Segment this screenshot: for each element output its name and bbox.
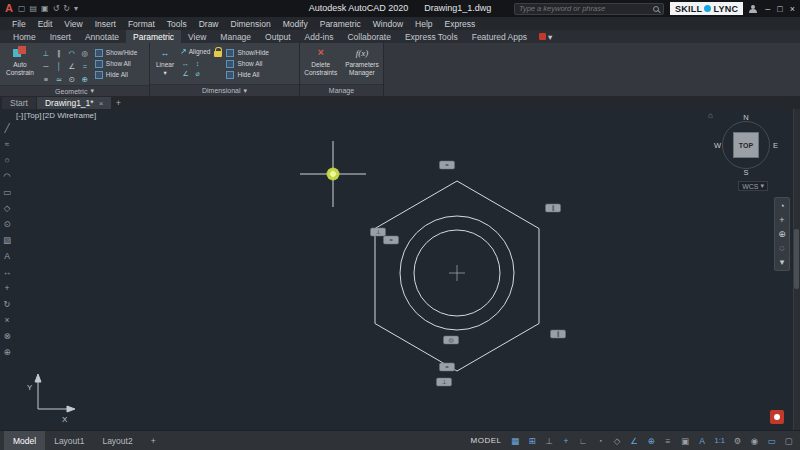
tab-annotate[interactable]: Annotate: [78, 30, 126, 43]
wcs-dropdown[interactable]: WCS ▾: [738, 181, 768, 191]
vertical-dim-icon[interactable]: ↕: [192, 58, 203, 68]
lineweight-icon[interactable]: ≡: [661, 434, 676, 448]
view-control[interactable]: [Top]: [24, 111, 41, 120]
constraint-badge[interactable]: =: [440, 161, 455, 169]
viewcube[interactable]: ⌂ N W E S TOP: [716, 115, 776, 175]
menu-file[interactable]: File: [6, 17, 32, 30]
tab-collaborate[interactable]: Collaborate: [340, 30, 397, 43]
arc-tool-icon[interactable]: ◠: [3, 171, 10, 181]
qat-dropdown-icon[interactable]: ▾: [74, 4, 78, 13]
diameter-dim-icon[interactable]: ⌀: [192, 69, 203, 79]
drawing-viewport[interactable]: = ∥ ⊥ = ∥ ◎ = ⊥: [0, 109, 800, 430]
navbar-more-icon[interactable]: ▾: [780, 257, 785, 267]
geometric-show-all-button[interactable]: Show All: [95, 59, 137, 68]
isodraft-icon[interactable]: ◇: [610, 434, 625, 448]
drawing-area[interactable]: = ∥ ⊥ = ∥ ◎ = ⊥: [0, 109, 800, 430]
constraint-badge[interactable]: ⊥: [371, 228, 386, 236]
tab-express-tools[interactable]: Express Tools: [398, 30, 465, 43]
geometric-hide-all-button[interactable]: Hide All: [95, 70, 137, 79]
constraint-badge[interactable]: =: [384, 236, 399, 244]
drawing-tab[interactable]: Drawing1_1* ×: [37, 97, 111, 109]
minimize-button[interactable]: –: [765, 4, 770, 14]
model-tab[interactable]: Model: [4, 431, 45, 450]
dimensional-show-all-button[interactable]: Show All: [226, 59, 268, 68]
constraint-parallel-icon[interactable]: ∥: [53, 47, 65, 59]
menu-parametric[interactable]: Parametric: [314, 17, 367, 30]
constraint-badge[interactable]: ∥: [546, 204, 561, 212]
constraint-badge[interactable]: ◎: [444, 336, 459, 344]
auto-constrain-button[interactable]: Auto Constrain: [4, 45, 36, 85]
constraint-tangent-icon[interactable]: ◠: [66, 47, 78, 59]
constraint-vertical-icon[interactable]: │: [53, 60, 65, 72]
horizontal-dim-icon[interactable]: ↔: [180, 58, 191, 68]
close-button[interactable]: ×: [790, 4, 795, 14]
delete-constraints-button[interactable]: × Delete Constraints: [302, 45, 339, 84]
viewcube-south[interactable]: S: [743, 168, 748, 177]
trim-tool-icon[interactable]: ×: [5, 315, 10, 325]
undo-icon[interactable]: ↺: [53, 4, 60, 13]
constraint-perpendicular-icon[interactable]: ⊥: [40, 47, 52, 59]
annotation-scale-label[interactable]: 1:1: [712, 434, 728, 448]
constraint-symmetric-icon[interactable]: ∠: [66, 60, 78, 72]
ellipse-tool-icon[interactable]: ⊙: [3, 219, 10, 229]
viewcube-north[interactable]: N: [743, 113, 748, 122]
constraint-equal-icon[interactable]: =: [79, 60, 91, 72]
viewcube-west[interactable]: W: [714, 141, 721, 150]
dynamic-input-icon[interactable]: +: [559, 434, 574, 448]
search-icon[interactable]: [653, 6, 659, 12]
maximize-button[interactable]: □: [777, 4, 782, 14]
viewcube-top-face[interactable]: TOP: [733, 132, 759, 158]
layout2-tab[interactable]: Layout2: [93, 431, 141, 450]
help-search[interactable]: [514, 3, 664, 15]
constraint-badge[interactable]: ∥: [551, 330, 566, 338]
viewcube-east[interactable]: E: [773, 141, 778, 150]
object-snap-tracking-icon[interactable]: ∠: [627, 434, 642, 448]
parameters-manager-button[interactable]: f(x) Parameters Manager: [343, 45, 381, 84]
constraint-badge[interactable]: ⊥: [437, 378, 452, 386]
new-drawing-tab-button[interactable]: +: [112, 97, 124, 109]
menu-dimension[interactable]: Dimension: [225, 17, 277, 30]
tab-home[interactable]: Home: [6, 30, 43, 43]
annotation-monitor-icon[interactable]: ◉: [747, 434, 762, 448]
infer-constraints-icon[interactable]: ⊥: [542, 434, 557, 448]
text-tool-icon[interactable]: A: [4, 251, 10, 261]
open-file-icon[interactable]: ▤: [30, 4, 38, 13]
angular-dim-icon[interactable]: ∠: [180, 69, 191, 79]
menu-modify[interactable]: Modify: [277, 17, 314, 30]
add-layout-button[interactable]: +: [142, 431, 165, 450]
model-space-label[interactable]: MODEL: [471, 436, 502, 445]
manage-panel-label[interactable]: Manage: [300, 84, 383, 96]
zoom-tool-icon[interactable]: ⊕: [3, 347, 10, 357]
rectangle-tool-icon[interactable]: ▭: [3, 187, 11, 197]
screen-recorder-icon[interactable]: [770, 410, 784, 424]
sign-in-icon[interactable]: [749, 5, 757, 13]
constraint-fix-icon[interactable]: ⊕: [79, 73, 91, 85]
dimension-tool-icon[interactable]: ↔: [3, 267, 12, 277]
constraint-coincident-icon[interactable]: ⊙: [66, 73, 78, 85]
constraint-smooth-icon[interactable]: ≃: [53, 73, 65, 85]
constraint-collinear-icon[interactable]: ≡: [40, 73, 52, 85]
grid-icon[interactable]: ▦: [508, 434, 523, 448]
polyline-tool-icon[interactable]: ≈: [5, 139, 10, 149]
menu-edit[interactable]: Edit: [32, 17, 59, 30]
polar-tracking-icon[interactable]: ◔: [593, 434, 608, 448]
geometric-panel-label[interactable]: Geometric ▾: [0, 85, 149, 96]
orbit-icon[interactable]: ◌: [779, 243, 784, 253]
selection-cycling-icon[interactable]: ▣: [678, 434, 693, 448]
zoom-icon[interactable]: ⊕: [778, 229, 786, 239]
menu-draw[interactable]: Draw: [193, 17, 225, 30]
ribbon-overflow-control[interactable]: ▾: [534, 30, 557, 43]
vertical-scrollbar[interactable]: [793, 109, 800, 430]
snap-mode-icon[interactable]: ⊞: [525, 434, 540, 448]
polygon-tool-icon[interactable]: ◇: [4, 203, 11, 213]
menu-view[interactable]: View: [58, 17, 88, 30]
tab-output[interactable]: Output: [258, 30, 298, 43]
visual-style-control[interactable]: [2D Wireframe]: [42, 111, 96, 120]
new-file-icon[interactable]: ▢: [18, 4, 26, 13]
line-tool-icon[interactable]: ╱: [4, 123, 9, 133]
tab-insert[interactable]: Insert: [43, 30, 78, 43]
constraint-horizontal-icon[interactable]: ─: [40, 60, 52, 72]
lock-icon[interactable]: [214, 51, 222, 57]
graphics-performance-icon[interactable]: ▭: [764, 434, 779, 448]
steering-wheel-icon[interactable]: ◔: [779, 201, 784, 211]
